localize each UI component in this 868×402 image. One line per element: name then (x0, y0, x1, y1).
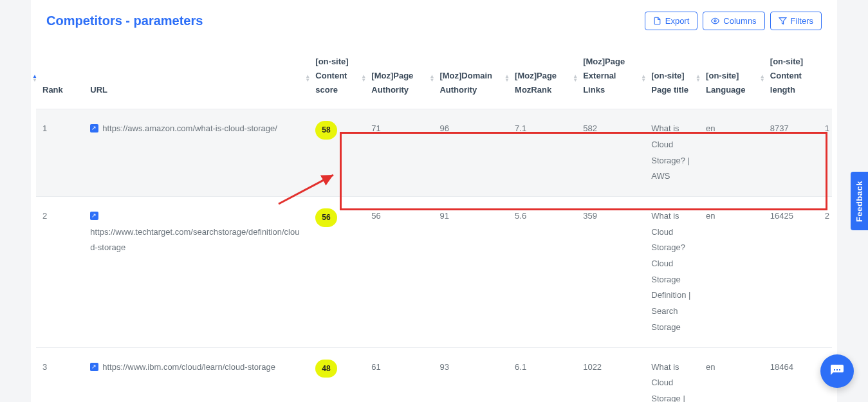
cell-extra: 1 (818, 109, 832, 197)
table-row[interactable]: 3https://www.ibm.com/cloud/learn/cloud-s… (36, 347, 832, 402)
cell-language: en (699, 109, 764, 197)
filter-icon (779, 17, 787, 25)
cell-language: en (699, 197, 764, 348)
feedback-tab[interactable]: Feedback (851, 172, 868, 231)
feedback-label: Feedback (854, 181, 864, 222)
columns-button[interactable]: Columns (703, 12, 764, 30)
cell-content-score: 58 (309, 109, 365, 197)
url-text[interactable]: https://aws.amazon.com/what-is-cloud-sto… (102, 123, 277, 133)
cell-external-links: 582 (577, 109, 645, 197)
table-row[interactable]: 1https://aws.amazon.com/what-is-cloud-st… (36, 109, 832, 197)
cell-domain-authority: 91 (433, 197, 508, 348)
col-header-external-links[interactable]: [Moz]Page External Links ▲▼ (577, 46, 645, 109)
page-title: Competitors - parameters (46, 14, 203, 28)
content-score-pill: 48 (315, 360, 337, 378)
export-icon (653, 17, 661, 25)
cell-external-links: 359 (577, 197, 645, 348)
col-header-language[interactable]: [on-site] Language ▲▼ (699, 46, 764, 109)
table-row[interactable]: 2https://www.techtarget.com/searchstorag… (36, 197, 832, 348)
col-header-mozrank[interactable]: [Moz]Page MozRank ▲▼ (508, 46, 577, 109)
external-link-icon[interactable] (90, 124, 98, 132)
external-link-icon[interactable] (90, 212, 98, 220)
cell-language: en (699, 347, 764, 402)
eye-icon (711, 17, 719, 25)
export-label: Export (665, 16, 690, 26)
cell-content-length: 18464 (764, 347, 818, 402)
cell-rank: 3 (36, 347, 84, 402)
svg-point-0 (714, 20, 716, 22)
cell-mozrank: 7.1 (508, 109, 577, 197)
cell-content-length: 16425 (764, 197, 818, 348)
filters-label: Filters (791, 16, 813, 26)
columns-label: Columns (723, 16, 756, 26)
content-score-pill: 56 (315, 208, 337, 227)
cell-rank: 2 (36, 197, 84, 348)
content-score-pill: 58 (315, 121, 337, 140)
col-header-content-score[interactable]: [on-site] Content score ▲▼ (309, 46, 365, 109)
col-header-page-authority[interactable]: [Moz]Page Authority ▲▼ (365, 46, 433, 109)
chat-button[interactable] (820, 354, 854, 388)
cell-rank: 1 (36, 109, 84, 197)
cell-url: https://www.ibm.com/cloud/learn/cloud-st… (84, 347, 309, 402)
cell-domain-authority: 96 (433, 109, 508, 197)
col-header-content-length[interactable]: [on-site] Content length ▲▼ (764, 46, 818, 109)
col-header-domain-authority[interactable]: [Moz]Domain Authority ▲▼ (433, 46, 508, 109)
svg-marker-1 (779, 18, 786, 24)
col-header-page-title[interactable]: [on-site] Page title ▲▼ (645, 46, 699, 109)
cell-content-score: 48 (309, 347, 365, 402)
cell-content-length: 8737 (764, 109, 818, 197)
col-header-extra (818, 46, 832, 109)
chat-icon (829, 363, 845, 379)
cell-external-links: 1022 (577, 347, 645, 402)
cell-mozrank: 5.6 (508, 197, 577, 348)
cell-domain-authority: 93 (433, 347, 508, 402)
cell-content-score: 56 (309, 197, 365, 348)
cell-extra: 2 (818, 197, 832, 348)
cell-url: https://www.techtarget.com/searchstorage… (84, 197, 309, 348)
external-link-icon[interactable] (90, 363, 98, 371)
cell-mozrank: 6.1 (508, 347, 577, 402)
action-bar: Export Columns Filters (645, 12, 822, 30)
export-button[interactable]: Export (645, 12, 698, 30)
url-text[interactable]: https://www.ibm.com/cloud/learn/cloud-st… (102, 362, 275, 372)
cell-page-authority: 71 (365, 109, 433, 197)
competitors-table: Rank ▲▼ URL [on-site] Content score ▲▼ [… (36, 46, 832, 402)
col-header-url[interactable]: URL (84, 46, 309, 109)
url-text[interactable]: https://www.techtarget.com/searchstorage… (90, 227, 299, 253)
filters-button[interactable]: Filters (770, 12, 822, 30)
cell-page-authority: 61 (365, 347, 433, 402)
cell-page-title: What is Cloud Storage? | AWS (645, 109, 699, 197)
col-header-rank[interactable]: Rank ▲▼ (36, 46, 84, 109)
cell-page-authority: 56 (365, 197, 433, 348)
cell-page-title: What is Cloud Storage | (645, 347, 699, 402)
cell-page-title: What is Cloud Storage? Cloud Storage Def… (645, 197, 699, 348)
cell-url: https://aws.amazon.com/what-is-cloud-sto… (84, 109, 309, 197)
